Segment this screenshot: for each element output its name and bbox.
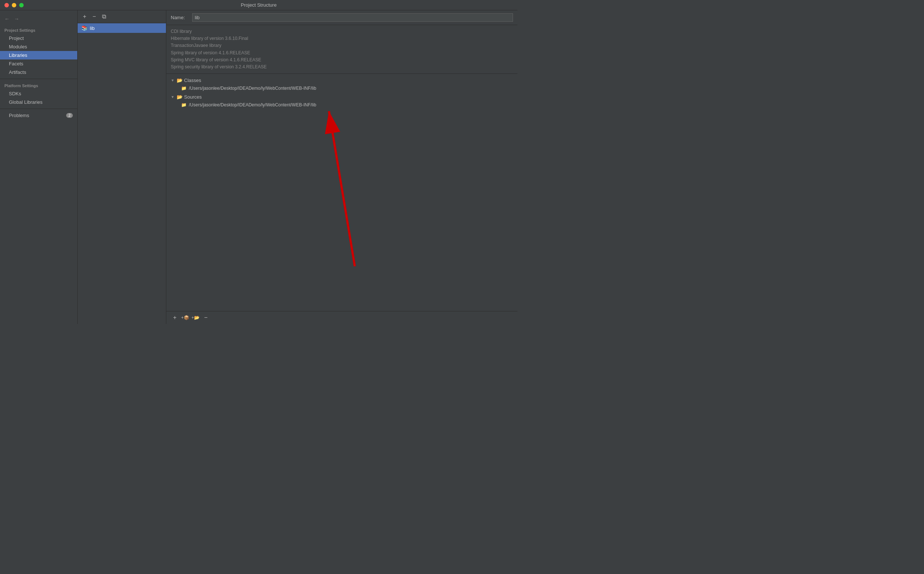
close-button[interactable] bbox=[5, 3, 9, 7]
remove-library-button[interactable]: − bbox=[90, 13, 98, 20]
classes-label: Classes bbox=[184, 77, 201, 83]
info-line-5: Spring security library of version 3.2.4… bbox=[171, 63, 513, 71]
sidebar-item-project[interactable]: Project bbox=[0, 34, 77, 43]
classes-section: ▼ 📂 Classes 📁 /Users/jasonlee/Desktop/ID… bbox=[166, 76, 517, 92]
content-panel: Name: CDI library Hibernate library of v… bbox=[166, 10, 517, 324]
sources-section: ▼ 📂 Sources 📁 /Users/jasonlee/Desktop/ID… bbox=[166, 93, 517, 109]
library-tree: ▼ 📂 Classes 📁 /Users/jasonlee/Desktop/ID… bbox=[166, 74, 517, 311]
titlebar: Project Structure bbox=[0, 0, 517, 10]
sidebar: ← → Project Settings Project Modules Lib… bbox=[0, 10, 77, 324]
library-list-panel: + − ⧉ 📚 lib bbox=[77, 10, 166, 324]
sidebar-item-facets[interactable]: Facets bbox=[0, 60, 77, 68]
sidebar-item-global-libraries[interactable]: Global Libraries bbox=[0, 98, 77, 106]
classes-toggle-icon: ▼ bbox=[171, 78, 175, 82]
main-layout: ← → Project Settings Project Modules Lib… bbox=[0, 10, 517, 324]
sidebar-divider bbox=[0, 79, 77, 79]
copy-library-button[interactable]: ⧉ bbox=[100, 13, 108, 20]
add-path-button[interactable]: + bbox=[171, 314, 179, 322]
sources-label: Sources bbox=[184, 94, 202, 100]
add-native-button[interactable]: +📂 bbox=[191, 314, 200, 322]
sources-toggle-icon: ▼ bbox=[171, 95, 175, 99]
classes-folder-icon: 📂 bbox=[177, 77, 183, 83]
add-class-icon: +📦 bbox=[181, 315, 189, 320]
library-toolbar: + − ⧉ bbox=[77, 10, 166, 23]
sidebar-divider-2 bbox=[0, 109, 77, 109]
sidebar-item-artifacts[interactable]: Artifacts bbox=[0, 68, 77, 76]
svg-line-1 bbox=[329, 111, 355, 266]
problems-badge: 2 bbox=[66, 113, 73, 118]
nav-back-button[interactable]: ← bbox=[3, 15, 11, 23]
classes-path-label: /Users/jasonlee/Desktop/IDEADemo/ly/WebC… bbox=[189, 86, 316, 91]
library-info: CDI library Hibernate library of version… bbox=[166, 25, 517, 74]
sources-path-icon: 📁 bbox=[181, 102, 186, 107]
add-native-icon: +📂 bbox=[191, 315, 200, 320]
name-input[interactable] bbox=[192, 13, 513, 22]
sidebar-item-problems[interactable]: Problems 2 bbox=[0, 111, 77, 120]
add-class-button[interactable]: +📦 bbox=[181, 314, 189, 322]
info-line-3: Spring library of version 4.1.6.RELEASE bbox=[171, 49, 513, 57]
sources-folder-icon: 📂 bbox=[177, 94, 183, 100]
name-label: Name: bbox=[171, 15, 189, 20]
library-entry-label: lib bbox=[90, 25, 95, 31]
window-title: Project Structure bbox=[241, 2, 277, 8]
red-arrow-annotation bbox=[166, 74, 517, 311]
library-icon: 📚 bbox=[81, 25, 88, 31]
sidebar-item-libraries[interactable]: Libraries bbox=[0, 51, 77, 60]
maximize-button[interactable] bbox=[19, 3, 24, 7]
classes-path-icon: 📁 bbox=[181, 86, 186, 91]
project-settings-section: Project Settings bbox=[0, 26, 77, 34]
sources-path-label: /Users/jasonlee/Desktop/IDEADemo/ly/WebC… bbox=[189, 102, 316, 107]
classes-section-header[interactable]: ▼ 📂 Classes bbox=[166, 76, 517, 85]
window-controls bbox=[5, 3, 24, 7]
info-line-2: TransactionJavaee library bbox=[171, 42, 513, 49]
name-row: Name: bbox=[166, 10, 517, 25]
sources-section-header[interactable]: ▼ 📂 Sources bbox=[166, 93, 517, 101]
sidebar-item-modules[interactable]: Modules bbox=[0, 43, 77, 51]
sources-path-item[interactable]: 📁 /Users/jasonlee/Desktop/IDEADemo/ly/We… bbox=[166, 101, 517, 109]
library-list-content: 📚 lib bbox=[77, 23, 166, 324]
info-line-0: CDI library bbox=[171, 28, 513, 35]
sidebar-item-sdks[interactable]: SDKs bbox=[0, 89, 77, 98]
classes-path-item[interactable]: 📁 /Users/jasonlee/Desktop/IDEADemo/ly/We… bbox=[166, 85, 517, 92]
minimize-button[interactable] bbox=[12, 3, 16, 7]
remove-path-button[interactable]: − bbox=[202, 314, 210, 322]
info-line-4: Spring MVC library of version 4.1.6.RELE… bbox=[171, 57, 513, 63]
add-library-button[interactable]: + bbox=[81, 13, 89, 20]
nav-arrows: ← → bbox=[0, 13, 77, 26]
content-toolbar: + +📦 +📂 − bbox=[166, 311, 517, 324]
library-entry-lib[interactable]: 📚 lib bbox=[77, 23, 166, 33]
info-line-1: Hibernate library of version 3.6.10.Fina… bbox=[171, 35, 513, 42]
nav-forward-button[interactable]: → bbox=[13, 15, 21, 23]
platform-settings-section: Platform Settings bbox=[0, 81, 77, 89]
